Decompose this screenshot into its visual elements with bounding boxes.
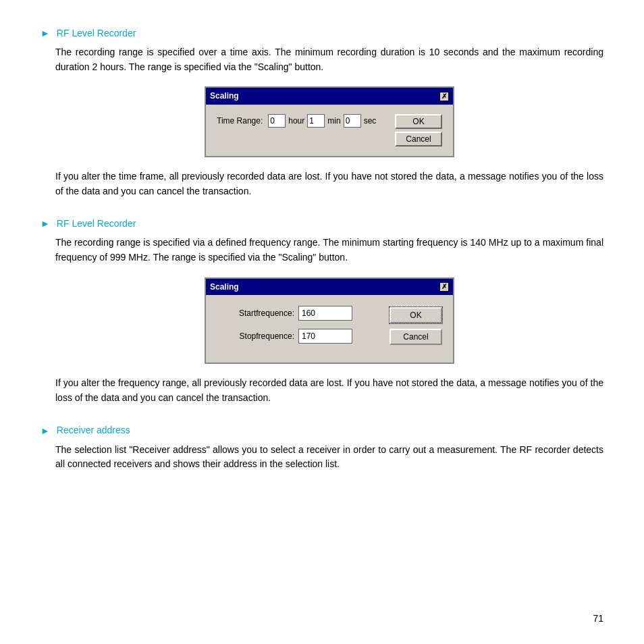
dialog2-content: Startfrequence: Stopfrequence: OK: [206, 295, 453, 363]
section-body-2: The recording range is specified via a d…: [55, 236, 603, 405]
page: ► RF Level Recorder The recording range …: [0, 0, 644, 644]
arrow-icon-3: ►: [41, 425, 50, 436]
startfreq-label: Startfrequence:: [217, 307, 294, 320]
page-number: 71: [593, 613, 603, 624]
dialog1-ok-button[interactable]: OK: [395, 114, 442, 129]
dialog2-buttons: OK Cancel: [390, 307, 442, 345]
section-header-3: ► Receiver address: [41, 425, 603, 436]
dialog2-title: Scaling: [210, 281, 239, 294]
arrow-icon-2: ►: [41, 218, 50, 229]
section-rf-freq: ► RF Level Recorder The recording range …: [41, 217, 603, 405]
dialog-frequency: Scaling ✗ Startfrequence: Stopfr: [205, 277, 454, 365]
stopfreq-row: Stopfrequence:: [217, 329, 381, 344]
startfreq-row: Startfrequence:: [217, 306, 381, 321]
min-label: min: [327, 115, 340, 128]
time-range-label: Time Range:: [217, 115, 263, 128]
section-text-1: The recording range is specified over a …: [55, 45, 603, 74]
dialog1-cancel-button[interactable]: Cancel: [395, 132, 442, 146]
section-header-1: ► RF Level Recorder: [41, 27, 603, 38]
dialog2-main-layout: Startfrequence: Stopfrequence: OK: [217, 306, 442, 352]
section-text-2: The recording range is specified via a d…: [55, 236, 603, 265]
section-title-1: RF Level Recorder: [57, 28, 136, 38]
dialog-time-range: Scaling ✗ Time Range: hour min: [205, 86, 454, 157]
dialog2-titlebar: Scaling ✗: [206, 279, 453, 296]
section-body-1: The recording range is specified over a …: [55, 45, 603, 198]
time-hours-input[interactable]: [268, 114, 286, 128]
section-note-1: If you alter the time frame, all previou…: [55, 169, 603, 198]
time-range-row: Time Range: hour min sec: [217, 114, 376, 128]
startfreq-input[interactable]: [298, 306, 352, 321]
time-minutes-input[interactable]: [307, 114, 325, 128]
dialog2-container: Scaling ✗ Startfrequence: Stopfr: [55, 277, 603, 365]
dialog1-close-button[interactable]: ✗: [439, 92, 449, 101]
section-header-2: ► RF Level Recorder: [41, 217, 603, 229]
dialog2-cancel-button[interactable]: Cancel: [390, 329, 442, 345]
dialog2-ok-button[interactable]: OK: [390, 307, 442, 323]
dialog2-fields: Startfrequence: Stopfrequence:: [217, 306, 381, 352]
section-title-2: RF Level Recorder: [57, 218, 136, 229]
dialog1-buttons: OK Cancel: [395, 114, 442, 146]
stopfreq-label: Stopfrequence:: [217, 330, 294, 343]
dialog1-titlebar: Scaling ✗: [206, 88, 453, 105]
section-rf-time: ► RF Level Recorder The recording range …: [41, 27, 603, 198]
section-title-3: Receiver address: [57, 425, 130, 435]
section-note-2: If you alter the frequency range, all pr…: [55, 376, 603, 405]
sec-label: sec: [364, 115, 377, 128]
dialog1-container: Scaling ✗ Time Range: hour min: [55, 86, 603, 157]
time-seconds-input[interactable]: [344, 114, 361, 128]
dialog1-content: Time Range: hour min sec OK Cancel: [206, 105, 453, 156]
arrow-icon-1: ►: [41, 28, 50, 38]
dialog1-main-row: Time Range: hour min sec OK Cancel: [217, 114, 442, 146]
dialog2-close-button[interactable]: ✗: [439, 282, 449, 292]
section-text-3: The selection list "Receiver address" al…: [55, 443, 603, 472]
dialog1-title: Scaling: [210, 90, 239, 103]
hour-label: hour: [288, 115, 304, 128]
stopfreq-input[interactable]: [298, 329, 352, 344]
section-body-3: The selection list "Receiver address" al…: [55, 443, 603, 472]
section-receiver-address: ► Receiver address The selection list "R…: [41, 425, 603, 472]
